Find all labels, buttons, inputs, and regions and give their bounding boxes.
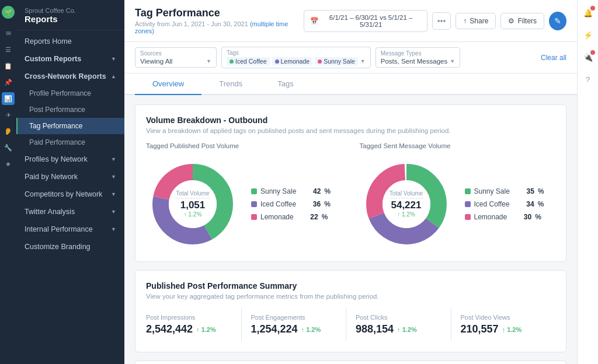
tag-lemonade: Lemonade — [272, 57, 313, 65]
nav-profiles-by-network[interactable]: Profiles by Network ▼ — [16, 150, 124, 168]
nav-customize-branding[interactable]: Customize Branding — [16, 238, 124, 256]
left-total-value: 1,051 — [176, 200, 209, 211]
left-total-label: Total Volume — [176, 190, 209, 198]
published-summary-card: Published Post Performance Summary View … — [135, 270, 566, 352]
published-card-title: Published Post Performance Summary — [146, 281, 555, 290]
tab-overview[interactable]: Overview — [135, 74, 201, 95]
help-icon[interactable]: ? — [581, 72, 595, 86]
left-chart-title: Tagged Published Post Volume — [146, 142, 342, 149]
tags-chevron: ▼ — [360, 58, 366, 64]
left-lemon-pct: 22 — [302, 213, 318, 221]
message-types-chevron: ▼ — [450, 58, 455, 64]
tab-tags[interactable]: Tags — [260, 74, 311, 95]
right-lemon-pct: 30 — [515, 213, 531, 221]
nav-paid-by-network[interactable]: Paid by Network ▼ — [16, 168, 124, 186]
share-icon: ↑ — [463, 17, 467, 25]
published-card-subtitle: View your key aggregated tag performance… — [146, 293, 555, 300]
nav-icon-tasks[interactable]: 📋 — [2, 60, 15, 72]
nav-twitter-analysis[interactable]: Twitter Analysis ▼ — [16, 203, 124, 220]
nav-icon-star[interactable]: ★ — [2, 158, 15, 170]
engagements-label: Post Engagements — [251, 314, 346, 321]
page-header: Tag Performance Activity from Jun 1, 202… — [124, 0, 577, 42]
right-legend: Sunny Sale 35% Iced Coffee 34% Lemonade — [465, 187, 544, 221]
share-button[interactable]: ↑ Share — [456, 13, 496, 29]
nav-icon-listen[interactable]: 👂 — [2, 125, 15, 138]
tabs-bar: Overview Trends Tags — [124, 74, 577, 95]
sprout-logo: 🌱 — [2, 6, 15, 19]
message-types-filter[interactable]: Message Types Posts, Sent Messages ▼ — [376, 47, 460, 68]
nav-cross-network[interactable]: Cross-Network Reports ▲ — [16, 68, 124, 85]
right-total-value: 54,221 — [390, 200, 423, 211]
chevron-up-icon: ▲ — [111, 74, 116, 79]
chevron-down-icon: ▼ — [111, 174, 116, 180]
legend-sunny-sale-left: Sunny Sale 42% — [251, 187, 331, 195]
chevron-down-icon: ▼ — [111, 191, 116, 197]
nav-icon-compose[interactable]: ✉ — [2, 27, 15, 40]
top-posts-card: Top Posts View the top tagged published … — [135, 360, 566, 364]
left-sunny-pct: 42 — [304, 187, 321, 195]
filters-button[interactable]: ⚙ Filters — [500, 13, 544, 29]
nav-icon-publish[interactable]: ✈ — [2, 108, 15, 121]
tag-iced-coffee: Iced Coffee — [227, 57, 270, 65]
filter-icon: ⚙ — [508, 17, 514, 25]
nav-internal-performance[interactable]: Internal Performance ▼ — [16, 220, 124, 238]
section-title: Reports — [25, 14, 116, 24]
page-subtitle: Activity from Jun 1, 2021 - Jun 30, 2021… — [135, 20, 304, 34]
content-area: Volume Breakdown - Outbound View a break… — [124, 95, 577, 364]
nav-icon-reports[interactable]: 📊 — [2, 92, 15, 105]
chevron-down-icon: ▼ — [111, 226, 116, 232]
nav-icon-tools[interactable]: 🔧 — [2, 141, 15, 154]
right-iced-pct: 34 — [518, 200, 534, 208]
tags-label: Tags — [227, 50, 366, 56]
nav-icon-feed[interactable]: ☰ — [2, 43, 15, 56]
legend-lemonade-left: Lemonade 22% — [251, 213, 331, 221]
nav-competitors-by-network[interactable]: Competitors by Network ▼ — [16, 186, 124, 203]
volume-card-subtitle: View a breakdown of applied tags on publ… — [146, 127, 555, 134]
sources-filter[interactable]: Sources Viewing All ▼ — [135, 47, 217, 68]
metric-clicks: Post Clicks 988,154 ↑ 1.2% — [346, 308, 451, 341]
left-volume-section: Tagged Published Post Volume — [146, 142, 342, 251]
nav-custom-reports[interactable]: Custom Reports ▼ — [16, 50, 124, 68]
tab-trends[interactable]: Trends — [201, 74, 260, 95]
plugin-icon[interactable]: 🔌 — [581, 50, 595, 64]
metric-engagements: Post Engagements 1,254,224 ↑ 1.2% — [242, 308, 347, 341]
filter-bar: Sources Viewing All ▼ Tags Iced Coffee L… — [124, 42, 577, 74]
engagements-growth: ↑ 1.2% — [301, 326, 321, 333]
chevron-down-icon: ▼ — [111, 156, 116, 162]
chevron-down-icon: ▼ — [111, 209, 116, 215]
left-donut-chart: Total Volume 1,051 ↑ 1.2% — [146, 158, 239, 251]
nav-post-performance[interactable]: Post Performance — [16, 102, 124, 118]
nav-icon-mentions[interactable]: 📌 — [2, 76, 15, 89]
left-iced-pct: 36 — [304, 200, 321, 208]
notification-bell-icon[interactable]: 🔔 — [581, 6, 595, 20]
legend-iced-coffee-left: Iced Coffee 36% — [251, 200, 331, 208]
impressions-value: 2,542,442 ↑ 1.2% — [146, 323, 241, 335]
activity-icon[interactable]: ⚡ — [581, 28, 595, 42]
left-nav: Sprout Coffee Co. Reports Reports Home C… — [16, 0, 124, 364]
message-types-label: Message Types — [381, 50, 455, 57]
nav-profile-performance[interactable]: Profile Performance — [16, 85, 124, 102]
nav-tag-performance[interactable]: Tag Performance — [16, 118, 124, 134]
more-options-button[interactable]: ••• — [432, 12, 451, 30]
legend-lemonade-right: Lemonade 30% — [465, 213, 544, 221]
right-volume-section: Tagged Sent Message Volume — [360, 142, 556, 251]
right-chart-title: Tagged Sent Message Volume — [360, 142, 556, 149]
tags-filter[interactable]: Tags Iced Coffee Lemonade Sunny Sale ▼ — [221, 47, 371, 68]
date-range-button[interactable]: 📅 6/1/21 – 6/30/21 vs 5/1/21 – 5/31/21 — [304, 10, 427, 32]
clear-all-button[interactable]: Clear all — [541, 54, 566, 62]
nav-paid-performance[interactable]: Paid Performance — [16, 134, 124, 150]
volume-card-title: Volume Breakdown - Outbound — [146, 116, 555, 125]
nav-reports-home[interactable]: Reports Home — [16, 33, 124, 50]
company-name: Sprout Coffee Co. — [25, 7, 116, 14]
calendar-icon: 📅 — [310, 17, 318, 25]
impressions-label: Post Impressions — [146, 314, 241, 321]
right-total-label: Total Volume — [390, 190, 423, 198]
message-types-value: Posts, Sent Messages — [381, 58, 447, 65]
video-value: 210,557 ↑ 1.2% — [461, 323, 556, 335]
chevron-down-icon: ▼ — [111, 56, 116, 62]
volume-breakdown-card: Volume Breakdown - Outbound View a break… — [135, 104, 566, 262]
metrics-row: Post Impressions 2,542,442 ↑ 1.2% Post E… — [146, 308, 555, 341]
edit-fab-button[interactable]: ✎ — [549, 12, 566, 30]
sources-chevron: ▼ — [206, 58, 211, 64]
main-content: Tag Performance Activity from Jun 1, 202… — [124, 0, 577, 364]
